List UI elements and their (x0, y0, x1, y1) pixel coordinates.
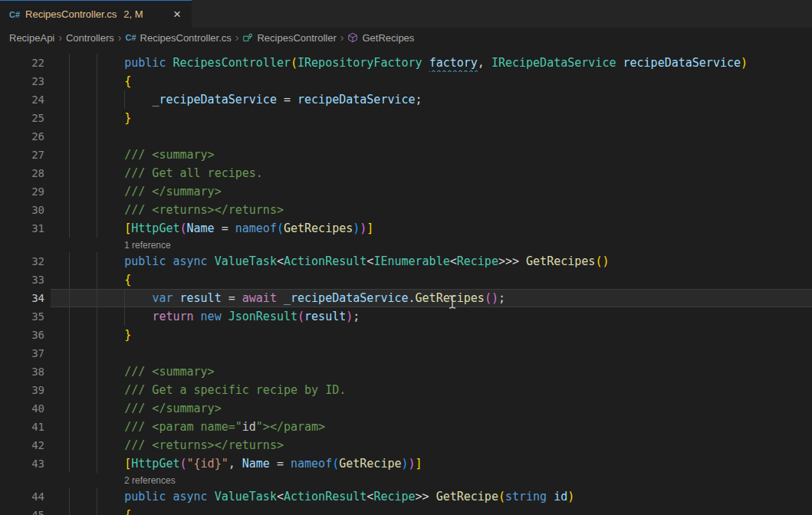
code-line-content[interactable]: /// </summary> (51, 399, 812, 418)
code-line: 26 (0, 127, 812, 146)
codelens-content: 1 reference (51, 238, 812, 252)
breadcrumb-item-controllers[interactable]: Controllers (66, 32, 114, 44)
code-line-content[interactable]: /// <summary> (51, 146, 812, 164)
code-line: 29 /// </summary> (0, 182, 812, 201)
code-line-content[interactable]: _recipeDataService = recipeDataService; (51, 90, 812, 109)
code-line-content[interactable]: { (51, 271, 812, 289)
code-line: 36 } (0, 326, 812, 344)
indent-guide (69, 182, 70, 201)
code-text: { (69, 74, 131, 88)
indent-guide (97, 90, 97, 109)
codelens-content: 2 references (51, 473, 812, 487)
indent-guide (97, 344, 97, 362)
code-line-content[interactable]: return new JsonResult(result); (51, 307, 812, 326)
code-line-content[interactable]: /// <param name="id"></param> (51, 418, 812, 436)
indent-guide (69, 362, 70, 381)
code-text: /// <summary> (69, 365, 215, 379)
code-line-content[interactable]: /// <returns></returns> (51, 201, 812, 219)
line-number: 38 (0, 362, 51, 381)
line-number: 40 (0, 399, 51, 418)
line-number: 22 (0, 54, 51, 72)
code-line-content[interactable]: /// Get all recipes. (51, 164, 812, 182)
indent-guide (97, 252, 97, 271)
indent-guide (97, 146, 97, 164)
code-line-content[interactable]: public async ValueTask<ActionResult<Reci… (51, 487, 812, 506)
code-line-content[interactable]: /// <returns></returns> (51, 436, 812, 454)
code-text: /// Get a specific recipe by ID. (69, 383, 346, 397)
line-number: 34 (0, 289, 51, 307)
code-line-content[interactable]: [HttpGet(Name = nameof(GetRecipes))] (51, 219, 812, 238)
code-line: 27 /// <summary> (0, 146, 812, 164)
indent-guide (97, 436, 97, 454)
breadcrumb-item-recipescontroller[interactable]: RecipesController (242, 32, 336, 44)
indent-guide (69, 127, 70, 146)
code-line: 38 /// <summary> (0, 362, 812, 381)
indent-guide (69, 54, 70, 72)
code-line-content[interactable]: public RecipesController(IRepositoryFact… (51, 54, 812, 72)
tab-recipescontroller-cs[interactable]: C# RecipesController.cs 2, M × (0, 0, 192, 28)
code-line-content[interactable]: [HttpGet("{id}", Name = nameof(GetRecipe… (51, 454, 812, 473)
code-line-content[interactable] (51, 344, 812, 362)
indent-guide (69, 146, 70, 164)
line-number: 42 (0, 436, 51, 454)
code-line-content[interactable]: /// <summary> (51, 362, 812, 381)
code-text: public async ValueTask<ActionResult<Reci… (69, 490, 574, 504)
codelens-row: 2 references (0, 473, 812, 487)
indent-guide (97, 326, 97, 344)
code-line-content[interactable]: var result = await _recipeDataService.Ge… (51, 289, 812, 307)
indent-guide (97, 127, 97, 146)
breadcrumb-item-getrecipes[interactable]: GetRecipes (347, 32, 414, 44)
breadcrumb: RecipeApi›Controllers›C#RecipesControlle… (0, 28, 812, 48)
code-line: 31 [HttpGet(Name = nameof(GetRecipes))] (0, 219, 812, 238)
chevron-right-icon: › (58, 31, 62, 44)
indent-guide (69, 487, 70, 506)
code-text: return new JsonResult(result); (69, 310, 360, 323)
indent-guide (69, 90, 70, 109)
tab-title: RecipesController.cs (25, 8, 117, 20)
code-line-content[interactable]: } (51, 326, 812, 344)
indent-guide (69, 344, 70, 362)
code-line: 37 (0, 344, 812, 362)
indent-guide (69, 399, 70, 418)
code-line: 42 /// <returns></returns> (0, 436, 812, 454)
code-line-content[interactable]: public async ValueTask<ActionResult<IEnu… (51, 252, 812, 271)
csharp-file-icon: C# (9, 10, 20, 19)
code-text: { (69, 508, 131, 515)
indent-guide (69, 271, 70, 289)
code-line: 24 _recipeDataService = recipeDataServic… (0, 90, 812, 109)
code-line: 30 /// <returns></returns> (0, 201, 812, 219)
code-line-content[interactable]: { (51, 72, 812, 90)
line-number: 28 (0, 164, 51, 182)
indent-guide (97, 399, 97, 418)
line-number: 27 (0, 146, 51, 164)
code-line-content[interactable]: } (51, 109, 812, 127)
breadcrumb-label: RecipesController.cs (140, 32, 232, 44)
code-text: [HttpGet(Name = nameof(GetRecipes))] (69, 221, 373, 235)
breadcrumb-item-recipeapi[interactable]: RecipeApi (9, 32, 54, 44)
breadcrumb-label: RecipesController (257, 32, 336, 44)
indent-guide (69, 289, 70, 307)
code-line-content[interactable]: { (51, 506, 812, 515)
codelens-row: 1 reference (0, 238, 812, 252)
code-line-content[interactable]: /// </summary> (51, 182, 812, 201)
code-line: 43 [HttpGet("{id}", Name = nameof(GetRec… (0, 454, 812, 473)
tab-bar: C# RecipesController.cs 2, M × (0, 0, 812, 28)
code-text: /// <returns></returns> (69, 438, 284, 452)
method-symbol-icon (347, 32, 358, 43)
gutter (0, 238, 51, 252)
chevron-right-icon: › (340, 31, 344, 44)
indent-guide (69, 506, 70, 515)
code-line: 33 { (0, 271, 812, 289)
code-editor[interactable]: 22 public RecipesController(IRepositoryF… (0, 48, 812, 515)
code-line-content[interactable] (51, 127, 812, 146)
close-icon[interactable]: × (172, 8, 182, 21)
breadcrumb-item-recipescontroller-cs[interactable]: C#RecipesController.cs (125, 32, 231, 44)
indent-guide (97, 506, 97, 515)
indent-guide (97, 362, 97, 381)
indent-guide (97, 164, 97, 182)
codelens-references-link[interactable]: 1 reference (124, 240, 171, 251)
code-line-content[interactable]: /// Get a specific recipe by ID. (51, 381, 812, 399)
code-text: _recipeDataService = recipeDataService; (69, 93, 422, 107)
indent-guide (69, 72, 70, 90)
codelens-references-link[interactable]: 2 references (124, 475, 176, 486)
